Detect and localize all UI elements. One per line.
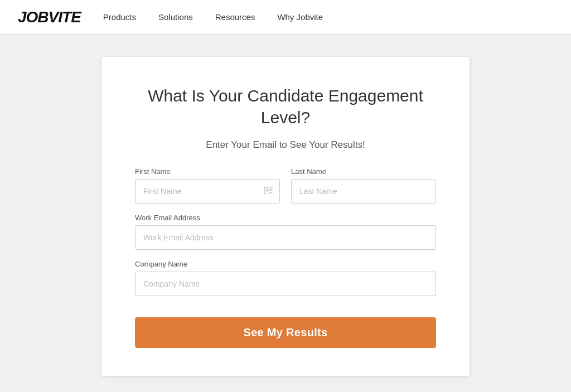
nav-item-solutions[interactable]: Solutions [158, 12, 193, 22]
first-name-group: First Name [135, 167, 280, 204]
engagement-card: What Is Your Candidate Engagement Level?… [101, 57, 470, 376]
first-name-label: First Name [135, 167, 280, 176]
email-group: Work Email Address [135, 214, 436, 250]
company-row: Company Name [135, 260, 436, 296]
nav: Products Solutions Resources Why Jobvite [103, 12, 323, 22]
company-label: Company Name [135, 260, 436, 268]
email-input[interactable] [135, 225, 436, 250]
last-name-label: Last Name [291, 167, 436, 176]
email-label: Work Email Address [135, 214, 436, 222]
nav-item-why-jobvite[interactable]: Why Jobvite [277, 12, 323, 22]
first-name-input-wrapper [135, 179, 280, 204]
company-group: Company Name [135, 260, 436, 296]
submit-button[interactable]: See My Results [135, 317, 436, 348]
last-name-group: Last Name [291, 167, 436, 204]
nav-item-resources[interactable]: Resources [215, 12, 255, 22]
logo: JOBVITE [18, 8, 81, 26]
engagement-form: First Name [135, 167, 436, 348]
company-input[interactable] [135, 272, 436, 296]
nav-item-products[interactable]: Products [103, 12, 136, 22]
email-row: Work Email Address [135, 214, 436, 250]
name-row: First Name [135, 167, 436, 204]
header: JOBVITE Products Solutions Resources Why… [0, 0, 571, 35]
main-content: What Is Your Candidate Engagement Level?… [0, 35, 571, 392]
last-name-input[interactable] [291, 179, 436, 204]
card-subtitle: Enter Your Email to See Your Results! [135, 139, 436, 151]
card-title: What Is Your Candidate Engagement Level? [135, 85, 436, 128]
first-name-input[interactable] [135, 179, 280, 204]
